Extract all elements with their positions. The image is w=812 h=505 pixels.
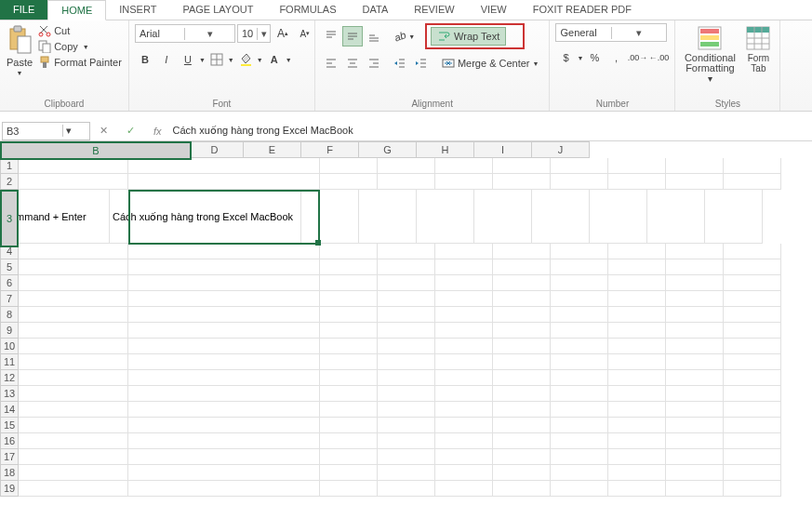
cell-D15[interactable] (378, 418, 435, 433)
cell-I4[interactable] (666, 244, 724, 259)
cell-J9[interactable] (724, 323, 781, 339)
cell-D9[interactable] (378, 323, 435, 339)
align-center-button[interactable] (342, 53, 363, 73)
cell-A5[interactable] (19, 259, 128, 275)
cell-E14[interactable] (435, 402, 493, 418)
align-top-button[interactable] (321, 26, 341, 47)
cell-J1[interactable] (724, 158, 781, 174)
grow-font-button[interactable]: A▴ (273, 23, 293, 44)
cell-F14[interactable] (493, 402, 551, 418)
cell-I7[interactable] (666, 291, 724, 307)
cell-C12[interactable] (320, 370, 378, 386)
cell-F10[interactable] (493, 339, 551, 354)
cell-E4[interactable] (435, 244, 493, 259)
col-header-C[interactable]: C (128, 141, 186, 158)
cell-A19[interactable] (19, 481, 128, 497)
cell-C17[interactable] (320, 449, 378, 465)
cell-H15[interactable] (608, 418, 666, 433)
cell-I17[interactable] (666, 449, 724, 465)
format-painter-button[interactable]: Format Painter (37, 55, 123, 70)
cell-H12[interactable] (608, 370, 666, 386)
cell-A6[interactable] (19, 275, 128, 291)
cell-H3[interactable] (590, 190, 647, 244)
cell-I13[interactable] (666, 386, 724, 402)
cell-F18[interactable] (493, 465, 551, 481)
row-header[interactable]: 15 (0, 418, 19, 433)
underline-button[interactable]: U (178, 49, 198, 70)
cell-D16[interactable] (378, 433, 435, 449)
row-header[interactable]: 4 (0, 244, 19, 259)
cell-A18[interactable] (19, 465, 128, 481)
cell-B11[interactable] (128, 354, 320, 370)
cell-G15[interactable] (551, 418, 608, 433)
cell-C4[interactable] (320, 244, 378, 259)
cell-D5[interactable] (378, 259, 435, 275)
cell-A7[interactable] (19, 291, 128, 307)
cell-C8[interactable] (320, 307, 378, 323)
dropdown-icon[interactable]: ▾ (62, 125, 74, 137)
row-header[interactable]: 5 (0, 259, 19, 275)
cell-F9[interactable] (493, 323, 551, 339)
cell-A4[interactable] (19, 244, 128, 259)
cell-C13[interactable] (320, 386, 378, 402)
cell-G2[interactable] (551, 174, 608, 190)
number-format-combo[interactable]: General▾ (555, 23, 667, 42)
format-table-button[interactable]: FormTab (742, 23, 774, 75)
cell-G19[interactable] (551, 481, 608, 497)
cell-I15[interactable] (666, 418, 724, 433)
cell-J18[interactable] (724, 465, 781, 481)
cell-C3[interactable] (301, 190, 359, 244)
cell-B10[interactable] (128, 339, 320, 354)
align-bottom-button[interactable] (364, 26, 384, 47)
fill-color-button[interactable] (235, 49, 256, 70)
cell-I16[interactable] (666, 433, 724, 449)
spreadsheet-grid[interactable]: ABCDEFGHIJ 123Command + EnterCách xuống … (0, 141, 812, 497)
col-header-E[interactable]: E (244, 141, 301, 158)
tab-data[interactable]: DATA (350, 0, 402, 20)
cell-I3[interactable] (647, 190, 705, 244)
cell-F12[interactable] (493, 370, 551, 386)
cell-J10[interactable] (724, 339, 781, 354)
cell-G7[interactable] (551, 291, 608, 307)
cell-F16[interactable] (493, 433, 551, 449)
cell-J19[interactable] (724, 481, 781, 497)
cell-D8[interactable] (378, 307, 435, 323)
cell-C11[interactable] (320, 354, 378, 370)
cell-H8[interactable] (608, 307, 666, 323)
cell-E3[interactable] (417, 190, 474, 244)
col-header-F[interactable]: F (301, 141, 359, 158)
align-middle-button[interactable] (342, 26, 363, 47)
cell-J2[interactable] (724, 174, 781, 190)
cell-I9[interactable] (666, 323, 724, 339)
cell-C2[interactable] (320, 174, 378, 190)
cell-B9[interactable] (128, 323, 320, 339)
conditional-formatting-button[interactable]: Conditional Formatting ▾ (681, 23, 739, 86)
cell-D3[interactable] (359, 190, 417, 244)
row-header[interactable]: 14 (0, 402, 19, 418)
cell-E18[interactable] (435, 465, 493, 481)
cell-H19[interactable] (608, 481, 666, 497)
cell-C14[interactable] (320, 402, 378, 418)
copy-button[interactable]: Copy▼ (37, 39, 123, 54)
cell-B5[interactable] (128, 259, 320, 275)
cell-D7[interactable] (378, 291, 435, 307)
row-header[interactable]: 2 (0, 174, 19, 190)
cell-F11[interactable] (493, 354, 551, 370)
cell-B17[interactable] (128, 449, 320, 465)
cell-A17[interactable] (19, 449, 128, 465)
cell-C19[interactable] (320, 481, 378, 497)
cell-A13[interactable] (19, 386, 128, 402)
cell-H13[interactable] (608, 386, 666, 402)
cell-G12[interactable] (551, 370, 608, 386)
cell-D6[interactable] (378, 275, 435, 291)
row-header[interactable]: 11 (0, 354, 19, 370)
cell-H4[interactable] (608, 244, 666, 259)
tab-home[interactable]: HOME (47, 0, 106, 20)
tab-view[interactable]: VIEW (468, 0, 520, 20)
row-header[interactable]: 7 (0, 291, 19, 307)
cell-C7[interactable] (320, 291, 378, 307)
wrap-text-button[interactable]: Wrap Text (431, 27, 506, 46)
cell-B19[interactable] (128, 481, 320, 497)
cell-D17[interactable] (378, 449, 435, 465)
cell-F15[interactable] (493, 418, 551, 433)
